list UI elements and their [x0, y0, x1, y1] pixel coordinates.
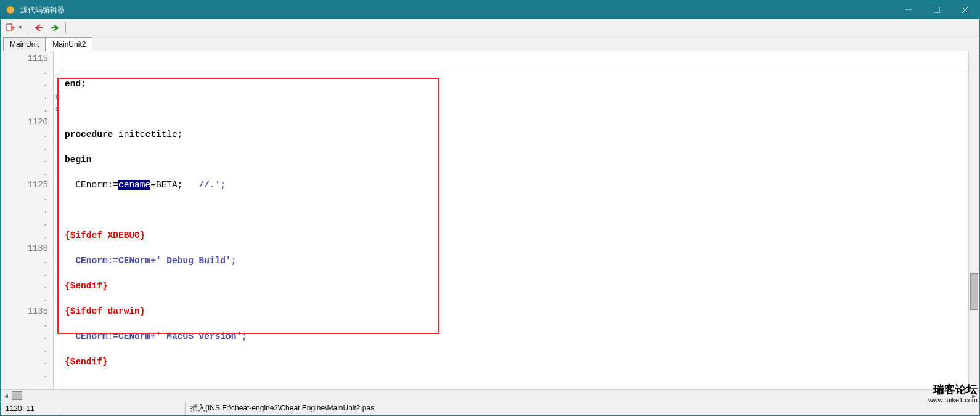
close-button[interactable] [951, 1, 979, 19]
scrollbar-thumb[interactable] [12, 391, 22, 400]
horizontal-scrollbar[interactable]: ◂ ▸ [1, 389, 979, 401]
editor-area: 1115 . . . . 1120 . . . . 1125 . . . . 1… [1, 51, 979, 389]
vertical-scrollbar[interactable] [968, 51, 979, 389]
context-separator [62, 71, 967, 71]
fold-marker [54, 52, 62, 65]
line-number: . [1, 330, 48, 343]
code-line: {$ifdef XDEBUG} [65, 229, 977, 242]
code-line: procedure initcetitle; [65, 128, 977, 141]
line-number: . [1, 78, 48, 91]
window-title: 源代码编辑器 [20, 5, 894, 15]
statusbar: 1120: 11 插入(INS E:\cheat-engine2\Cheat E… [1, 401, 979, 415]
new-file-button[interactable] [4, 22, 15, 33]
line-number: . [1, 280, 48, 293]
svg-point-2 [11, 10, 12, 11]
svg-point-0 [7, 6, 14, 14]
svg-rect-4 [934, 7, 940, 13]
line-number: . [1, 166, 48, 179]
line-number: 1120 [1, 116, 48, 129]
toolbar-divider [28, 22, 28, 33]
tab-mainunit2[interactable]: MainUnit2 [46, 37, 92, 51]
fold-marker: │ [54, 116, 62, 129]
status-path: 插入(INS E:\cheat-engine2\Cheat Engine\Mai… [186, 401, 979, 415]
line-number: . [1, 267, 48, 280]
fold-marker [54, 65, 62, 78]
titlebar[interactable]: 源代码编辑器 [1, 1, 979, 19]
fold-marker [54, 78, 62, 91]
window-buttons [894, 1, 979, 19]
window: 源代码编辑器 ▼ MainUnit MainUnit2 1115 . . . . [0, 0, 980, 416]
code-line [65, 103, 977, 116]
line-number: . [1, 128, 48, 141]
line-number: 1130 [1, 242, 48, 255]
code-line: CEnorm:=cename+BETA; //.'; [65, 179, 977, 192]
scrollbar-thumb[interactable] [970, 273, 978, 310]
line-number: . [1, 229, 48, 242]
line-number: . [1, 217, 48, 230]
line-number: 1115 [1, 52, 48, 65]
fold-expand-icon[interactable]: ⊟ [54, 103, 62, 116]
line-number: . [1, 204, 48, 217]
line-number: . [1, 255, 48, 267]
code-line: begin [65, 153, 977, 166]
line-number: . [1, 192, 48, 205]
selection: cename [118, 180, 150, 190]
line-number: . [1, 343, 48, 356]
tab-bar: MainUnit MainUnit2 [1, 36, 979, 51]
line-number: . [1, 369, 48, 381]
fold-column: ⊟ ⊟ │ [54, 51, 62, 389]
svg-point-1 [9, 8, 10, 9]
line-number: . [1, 153, 48, 166]
code-line: {$ifdef darwin} [65, 305, 977, 318]
line-number-gutter: 1115 . . . . 1120 . . . . 1125 . . . . 1… [1, 51, 54, 389]
line-number: . [1, 293, 48, 306]
line-number: 1135 [1, 305, 48, 318]
app-icon [6, 5, 15, 15]
toolbar: ▼ [1, 19, 979, 36]
code-line: CEnorm:=CENorm+' Debug Build'; [65, 255, 977, 267]
svg-rect-7 [7, 24, 12, 31]
cursor-position: 1120: 11 [1, 401, 62, 415]
line-number: 1125 [1, 179, 48, 192]
line-number: . [1, 103, 48, 116]
scroll-left-icon[interactable]: ◂ [1, 390, 12, 401]
line-number: . [1, 318, 48, 331]
code-line [65, 204, 977, 217]
tab-mainunit[interactable]: MainUnit [3, 37, 46, 51]
line-number: . [1, 356, 48, 369]
code-line: {$endif} [65, 280, 977, 293]
code-line: {$endif} [65, 356, 977, 369]
line-number: . [1, 91, 48, 104]
back-button[interactable] [33, 22, 44, 33]
minimize-button[interactable] [894, 1, 923, 19]
code-line: CEnorm:=CENorm+' MacOS version'; [65, 330, 977, 343]
scroll-right-icon[interactable]: ▸ [968, 390, 979, 401]
toolbar-divider [65, 22, 66, 33]
maximize-button[interactable] [923, 1, 951, 19]
status-modified [62, 401, 186, 415]
code-line: end; [65, 78, 977, 91]
forward-button[interactable] [49, 22, 60, 33]
code-editor[interactable]: end; procedure initcetitle; begin CEnorm… [62, 51, 979, 389]
line-number: . [1, 141, 48, 154]
fold-expand-icon[interactable]: ⊟ [54, 91, 62, 104]
code-line [65, 381, 977, 389]
line-number: . [1, 65, 48, 78]
new-file-dropdown-icon[interactable]: ▼ [18, 25, 23, 30]
